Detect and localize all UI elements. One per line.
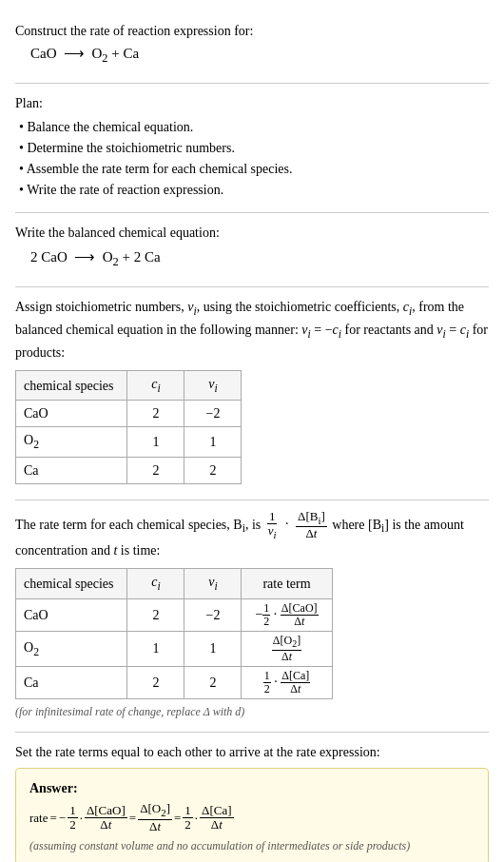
set-label: Set the rate terms equal to each other t…: [15, 742, 489, 762]
plan-step-2: • Determine the stoichiometric numbers.: [19, 138, 489, 158]
rt-header-species: chemical species: [16, 569, 127, 598]
species-cao: CaO: [16, 401, 127, 427]
rt-header-v: νi: [184, 569, 242, 598]
neg-half: −: [59, 809, 66, 828]
construct-label: Construct the rate of reaction expressio…: [15, 21, 489, 41]
stoich-table: chemical species ci νi CaO 2 −2 O2 1 1 C…: [15, 370, 242, 484]
frac-1-2-cao: 1 2: [68, 804, 78, 833]
plan-list: • Balance the chemical equation. • Deter…: [19, 117, 489, 200]
species-o2: O2: [16, 427, 127, 457]
stoich-header-v: νi: [184, 371, 242, 401]
balanced-label: Write the balanced chemical equation:: [15, 223, 489, 243]
answer-title: Answer:: [29, 778, 475, 798]
frac-1-2: 1 2: [183, 804, 193, 833]
rate-term-note: (for infinitesimal rate of change, repla…: [15, 703, 489, 720]
rt-header-rate: rate term: [242, 569, 332, 598]
assuming-note: (assuming constant volume and no accumul…: [29, 837, 475, 854]
plan-step-4: • Write the rate of reaction expression.: [19, 180, 489, 200]
table-row: CaO 2 −2: [16, 401, 242, 427]
frac-dcao-dt: Δ[CaO] Δt: [85, 804, 127, 833]
rate-term-table: chemical species ci νi rate term CaO 2 −…: [15, 568, 333, 699]
balanced-section: Write the balanced chemical equation: 2 …: [15, 213, 489, 287]
rt-species-cao: CaO: [16, 598, 127, 631]
rt-c-ca: 2: [127, 666, 184, 698]
rt-c-cao: 2: [127, 598, 184, 631]
table-row: CaO 2 −2 − 1 2 · Δ[CaO] Δt: [16, 598, 333, 631]
table-row: Ca 2 2: [16, 457, 242, 483]
rt-v-o2: 1: [184, 632, 242, 667]
dot-1: ·: [80, 809, 83, 828]
balanced-reaction: 2 CaO ⟶ O2 + 2 Ca: [30, 246, 489, 271]
rt-v-cao: −2: [184, 598, 242, 631]
rt-header-c: ci: [127, 569, 184, 598]
c-cao: 2: [127, 401, 184, 427]
dot-2: ·: [195, 809, 198, 828]
header-section: Construct the rate of reaction expressio…: [15, 11, 489, 84]
rt-c-o2: 1: [127, 632, 184, 667]
rt-rate-o2: Δ[O2] Δt: [242, 632, 332, 667]
v-o2: 1: [184, 427, 242, 457]
stoich-intro: Assign stoichiometric numbers, νi, using…: [15, 297, 489, 363]
rt-rate-cao: − 1 2 · Δ[CaO] Δt: [242, 598, 332, 631]
answer-section: Set the rate terms equal to each other t…: [15, 733, 489, 862]
rate-label: rate: [29, 809, 48, 828]
plan-title: Plan:: [15, 93, 489, 113]
equals-3: =: [174, 809, 181, 828]
plan-section: Plan: • Balance the chemical equation. •…: [15, 84, 489, 213]
equals-1: =: [49, 809, 56, 828]
v-ca: 2: [184, 457, 242, 483]
stoich-header-species: chemical species: [16, 371, 127, 401]
rate-expression: rate = − 1 2 · Δ[CaO] Δt = Δ[O2] Δt = 1 …: [29, 802, 475, 833]
species-ca: Ca: [16, 457, 127, 483]
equals-2: =: [129, 809, 136, 828]
table-row: Ca 2 2 1 2 · Δ[Ca] Δt: [16, 666, 333, 698]
plan-step-3: • Assemble the rate term for each chemic…: [19, 159, 489, 179]
c-o2: 1: [127, 427, 184, 457]
table-row: O2 1 1 Δ[O2] Δt: [16, 632, 333, 667]
frac-dca-dt: Δ[Ca] Δt: [200, 804, 233, 833]
table-row: O2 1 1: [16, 427, 242, 457]
rate-term-section: The rate term for each chemical species,…: [15, 500, 489, 733]
original-reaction: CaO ⟶ O2 + Ca: [30, 43, 489, 68]
rt-species-ca: Ca: [16, 666, 127, 698]
rt-v-ca: 2: [184, 666, 242, 698]
rt-rate-ca: 1 2 · Δ[Ca] Δt: [242, 666, 332, 698]
c-ca: 2: [127, 457, 184, 483]
frac-do2-dt: Δ[O2] Δt: [138, 802, 172, 833]
rt-species-o2: O2: [16, 632, 127, 667]
rate-term-intro: The rate term for each chemical species,…: [15, 510, 489, 561]
v-cao: −2: [184, 401, 242, 427]
answer-box: Answer: rate = − 1 2 · Δ[CaO] Δt = Δ[O2]…: [15, 768, 489, 862]
plan-step-1: • Balance the chemical equation.: [19, 117, 489, 137]
stoich-section: Assign stoichiometric numbers, νi, using…: [15, 287, 489, 500]
stoich-header-c: ci: [127, 371, 184, 401]
